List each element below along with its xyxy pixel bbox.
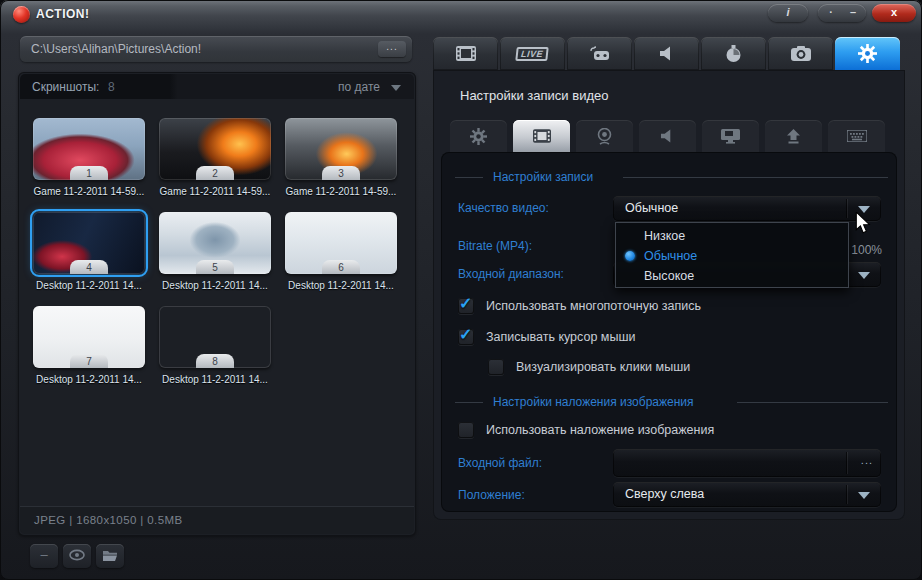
thumbnail-caption: Game 11-2-2011 14-59...	[27, 186, 151, 197]
tray-button[interactable]: ·	[820, 4, 842, 21]
upload-arrow-icon	[786, 129, 801, 144]
gamepad-signal-icon	[589, 45, 611, 62]
tab-live[interactable]: LIVE	[500, 37, 565, 70]
mouse-cursor	[853, 212, 873, 234]
visualize-clicks-label: Визуализировать клики мыши	[516, 360, 690, 374]
thumbnail-caption: Game 11-2-2011 14-59...	[279, 186, 403, 197]
multithread-checkbox[interactable]: ✓	[458, 298, 474, 314]
thumbnail-caption: Desktop 11-2-2011 14...	[153, 374, 277, 385]
close-button[interactable]: x	[872, 4, 916, 22]
film-frame-icon	[533, 129, 551, 143]
library-header: Скриншоты: 8 по дате	[20, 74, 414, 99]
webcam-icon	[597, 128, 612, 145]
subtab-video[interactable]	[513, 120, 570, 152]
sort-chevron-down-icon[interactable]	[391, 85, 401, 91]
chevron-down-icon[interactable]	[858, 272, 870, 279]
subtab-screen[interactable]	[702, 120, 759, 152]
subtab-general[interactable]	[450, 120, 507, 152]
input-range-label: Входной диапазон:	[458, 267, 564, 281]
use-overlay-label: Использовать наложение изображения	[486, 423, 714, 437]
minimize-button[interactable]: –	[842, 4, 864, 21]
browse-path-button[interactable]: ...	[378, 41, 406, 57]
library-status-bar: JPEG | 1680x1050 | 0.5MB	[20, 506, 414, 534]
monitor-icon	[721, 129, 740, 144]
live-badge: LIVE	[516, 47, 549, 61]
thumbnail-caption: Desktop 11-2-2011 14...	[279, 280, 403, 291]
settings-page-title: Настройки записи видео	[460, 88, 608, 103]
titlebar[interactable]: ACTION! i ·– x	[0, 0, 922, 30]
tab-games[interactable]	[567, 37, 632, 70]
option-low[interactable]: Низкое	[616, 226, 848, 246]
sort-by-label[interactable]: по дате	[338, 80, 380, 94]
video-quality-label: Качество видео:	[458, 201, 549, 215]
input-file-field[interactable]: ...	[613, 449, 881, 477]
option-high[interactable]: Высокое	[616, 266, 848, 286]
quality-dropdown-list: Низкое Обычное Высокое	[615, 222, 849, 288]
stopwatch-icon	[725, 45, 742, 63]
browse-file-button[interactable]: ...	[861, 454, 873, 466]
tab-screenshots[interactable]	[768, 37, 833, 70]
keyboard-icon	[847, 130, 867, 142]
subtab-audio[interactable]	[639, 120, 696, 152]
thumbnail-caption: Desktop 11-2-2011 14...	[27, 374, 151, 385]
settings-subtab-bar	[450, 120, 885, 152]
chevron-down-icon[interactable]	[858, 492, 870, 499]
thumbnail-5[interactable]: 5	[159, 212, 271, 274]
window-title: ACTION!	[36, 7, 90, 21]
record-cursor-label: Записывать курсор мыши	[486, 330, 635, 344]
film-frame-icon	[456, 46, 476, 61]
section-recording-settings: Настройки записи	[455, 170, 895, 184]
subtab-hotkeys[interactable]	[828, 120, 885, 152]
output-path-value: C:\Users\Alihan\Pictures\Action!	[31, 42, 201, 56]
bitrate-label: Bitrate (MP4):	[458, 239, 532, 253]
delete-screenshot-button[interactable]: –	[30, 544, 58, 568]
thumbnail-2[interactable]: 2	[159, 118, 271, 180]
camera-icon	[791, 46, 811, 61]
main-tab-bar: LIVE	[433, 37, 900, 70]
folder-open-icon	[102, 549, 118, 562]
gear-icon	[858, 44, 877, 63]
tab-recordings[interactable]	[433, 37, 498, 70]
thumbnail-7[interactable]: 7	[33, 306, 145, 368]
action-window: ACTION! i ·– x C:\Users\Alihan\Pictures\…	[0, 0, 922, 580]
thumbnail-3[interactable]: 3	[285, 118, 397, 180]
speaker-icon	[660, 129, 675, 143]
thumbnail-number: 1	[70, 166, 108, 180]
thumbnail-caption: Desktop 11-2-2011 14...	[153, 280, 277, 291]
thumbnail-number: 2	[196, 166, 234, 180]
input-file-label: Входной файл:	[458, 456, 542, 470]
multithread-label: Использовать многопоточную запись	[486, 299, 701, 313]
visualize-clicks-checkbox[interactable]: ✓	[488, 359, 504, 375]
thumbnail-caption: Game 11-2-2011 14-59...	[153, 186, 277, 197]
thumbnail-number: 4	[70, 260, 108, 274]
thumbnail-number: 6	[322, 260, 360, 274]
subtab-export[interactable]	[765, 120, 822, 152]
screenshots-count: 8	[108, 80, 115, 94]
gear-icon	[470, 128, 487, 145]
tab-settings[interactable]	[835, 37, 900, 70]
subtab-webcam[interactable]	[576, 120, 633, 152]
tab-benchmark[interactable]	[701, 37, 766, 70]
tab-audio[interactable]	[634, 37, 699, 70]
thumbnail-1[interactable]: 1	[33, 118, 145, 180]
thumbnail-6[interactable]: 6	[285, 212, 397, 274]
section-overlay-settings: Настройки наложения изображения	[455, 395, 895, 409]
speaker-icon	[659, 46, 675, 61]
thumbnail-number: 3	[322, 166, 360, 180]
thumbnail-number: 7	[70, 354, 108, 368]
thumbnail-caption: Desktop 11-2-2011 14...	[27, 280, 151, 291]
record-cursor-checkbox[interactable]: ✓	[458, 329, 474, 345]
position-select[interactable]: Сверху слева	[613, 482, 881, 507]
thumbnail-8[interactable]: 8	[159, 306, 271, 368]
video-quality-select[interactable]: Обычное	[613, 196, 881, 221]
app-logo-icon	[13, 6, 30, 23]
thumbnail-4-selected[interactable]: 4	[33, 212, 145, 274]
use-overlay-checkbox[interactable]: ✓	[458, 422, 474, 438]
preview-button[interactable]	[63, 544, 91, 568]
info-button[interactable]: i	[768, 4, 808, 22]
radio-selected-icon	[625, 251, 635, 261]
output-path-bar: C:\Users\Alihan\Pictures\Action! ...	[20, 36, 412, 62]
open-folder-button[interactable]	[96, 544, 124, 568]
tray-minimize-group[interactable]: ·–	[818, 4, 866, 22]
option-normal[interactable]: Обычное	[616, 246, 848, 266]
